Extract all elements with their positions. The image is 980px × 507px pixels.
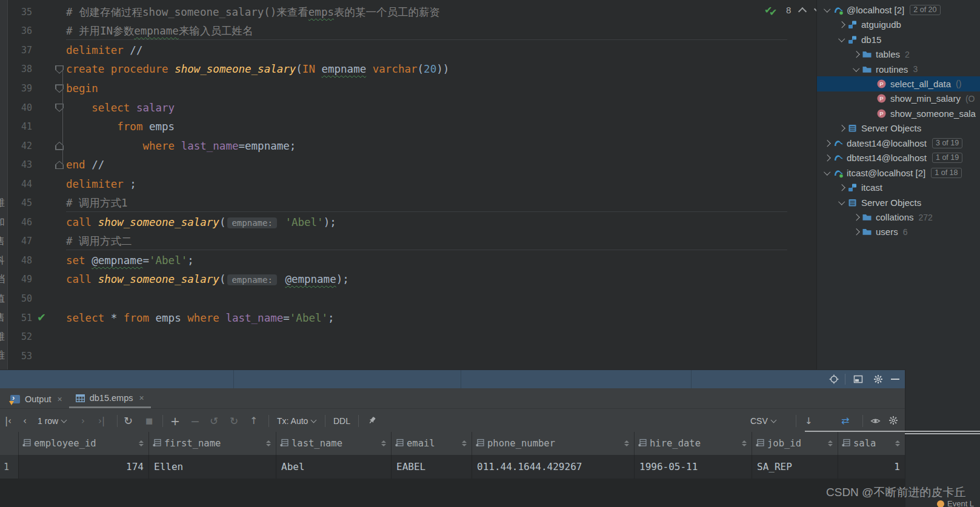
sort-icon[interactable] [624, 440, 629, 446]
first-page-button[interactable]: |‹ [5, 409, 12, 432]
layout-settings-icon[interactable] [853, 374, 863, 384]
column-header-first_name[interactable]: first_name [148, 432, 276, 455]
tool-window-header[interactable] [0, 370, 905, 388]
column-header-employee_id[interactable]: employee_id [18, 432, 148, 455]
chevron-down-icon[interactable] [836, 38, 847, 41]
tree-item-atguigudb[interactable]: atguigudb [817, 17, 980, 31]
column-header-sala[interactable]: sala [838, 432, 905, 455]
table-row[interactable]: 1 174EllenAbelEABEL011.44.1644.429267199… [0, 455, 905, 479]
cell-last_name[interactable]: Abel [276, 455, 391, 479]
row-number-cell[interactable]: 1 [0, 455, 18, 479]
tree-item-itcast-localhost-2-[interactable]: itcast@localhost [2]1 of 18 [817, 165, 980, 180]
code-line[interactable]: 52 [8, 327, 816, 346]
cell-sala[interactable]: 1 [838, 455, 905, 479]
tree-item-select-all-data[interactable]: Pselect_all_data() [817, 76, 980, 91]
ddl-button[interactable]: DDL [333, 409, 350, 432]
cell-first_name[interactable]: Ellen [148, 455, 276, 479]
sort-icon[interactable] [139, 440, 144, 446]
tree-item-server-objects[interactable]: Server Objects [817, 121, 980, 136]
export-format-dropdown[interactable]: CSV [750, 409, 776, 432]
code-line[interactable]: 53 [8, 346, 816, 366]
code-line[interactable]: 37delimiter // [8, 41, 816, 60]
last-page-button[interactable]: ›| [98, 409, 105, 432]
next-page-button[interactable]: › [81, 409, 85, 432]
close-icon[interactable]: × [58, 394, 62, 404]
code-line[interactable]: 48set @empname='Abel'; [8, 251, 816, 270]
code-editor[interactable]: 35# 创建存储过程show_someone_salary()来查看emps表的… [8, 0, 816, 369]
column-header-email[interactable]: email [391, 432, 472, 455]
chevron-right-icon[interactable] [836, 126, 847, 131]
code-line[interactable]: 44delimiter ; [8, 174, 816, 194]
previous-page-button[interactable]: ‹ [23, 409, 27, 432]
compare-data-icon[interactable]: ⇄ [841, 409, 849, 432]
tree-item-itcast[interactable]: itcast [817, 180, 980, 194]
code-line[interactable]: 47# 调用方式二 [8, 232, 816, 251]
code-line[interactable]: 40 select salary [8, 98, 816, 118]
revert-changes-button[interactable]: ↺ [210, 409, 218, 432]
gear-icon[interactable] [873, 374, 883, 384]
tree-item-db15[interactable]: db15 [817, 32, 980, 47]
sort-icon[interactable] [828, 440, 833, 446]
view-options-eye-icon[interactable] [870, 417, 881, 425]
tab-db15-emps[interactable]: db15.emps × [69, 389, 151, 408]
sort-icon[interactable] [266, 440, 271, 446]
tree-item-collations[interactable]: collations272 [817, 210, 980, 224]
code-line[interactable]: 41 from emps [8, 117, 816, 136]
stop-button[interactable]: ■ [145, 409, 153, 432]
tree-item-dbtest14-localhost[interactable]: dbtest14@localhost1 of 19 [817, 151, 980, 165]
event-log-widget[interactable]: Event L [937, 499, 974, 507]
hide-tool-window-icon[interactable] [891, 379, 899, 380]
row-count-dropdown[interactable]: 1 row [38, 409, 66, 432]
chevron-down-icon[interactable] [822, 171, 833, 174]
tree-item-server-objects[interactable]: Server Objects [817, 195, 980, 210]
tree-item-users[interactable]: users6 [817, 225, 980, 239]
grid-settings-gear-icon[interactable] [888, 416, 898, 425]
column-header-hire_date[interactable]: hire_date [634, 432, 752, 455]
sort-icon[interactable] [742, 440, 747, 446]
tab-output[interactable]: Output × [4, 389, 69, 408]
chevron-right-icon[interactable] [836, 185, 847, 190]
tx-mode-dropdown[interactable]: Tx: Auto [277, 409, 316, 432]
code-line[interactable]: 36# 并用IN参数empname来输入员工姓名 [8, 22, 816, 41]
tree-item-show-someone-sala[interactable]: Pshow_someone_sala [817, 106, 980, 121]
sort-icon[interactable] [381, 440, 386, 446]
chevron-right-icon[interactable] [836, 22, 847, 27]
column-header-job_id[interactable]: job_id [752, 432, 838, 455]
chevron-right-icon[interactable] [851, 230, 862, 234]
code-line[interactable]: 49call show_someone_salary(empname: @emp… [8, 270, 816, 290]
cell-job_id[interactable]: SA_REP [752, 455, 838, 479]
tree-item-routines[interactable]: routines3 [817, 62, 980, 76]
column-header-phone_number[interactable]: phone_number [472, 432, 634, 455]
delete-row-button[interactable]: − [190, 409, 200, 432]
column-header-last_name[interactable]: last_name [276, 432, 391, 455]
tree-item-tables[interactable]: tables2 [817, 47, 980, 61]
sort-icon[interactable] [462, 440, 467, 446]
chevron-right-icon[interactable] [851, 215, 862, 220]
tree-item-show-min-salary[interactable]: Pshow_min_salary(O [817, 91, 980, 106]
sort-icon[interactable] [895, 440, 900, 446]
code-line[interactable]: 43end // [8, 155, 816, 174]
code-line[interactable]: 35# 创建存储过程show_someone_salary()来查看emps表的… [8, 2, 816, 22]
pin-icon[interactable] [367, 416, 377, 425]
reload-data-button[interactable]: ↻ [124, 409, 133, 432]
chevron-down-icon[interactable] [822, 8, 833, 12]
cell-employee_id[interactable]: 174 [18, 455, 148, 479]
cell-phone_number[interactable]: 011.44.1644.429267 [472, 455, 634, 479]
code-line[interactable]: 50 [8, 289, 816, 308]
executed-check-icon[interactable]: ✔ [37, 311, 46, 323]
chevron-right-icon[interactable] [822, 141, 833, 146]
chevron-right-icon[interactable] [822, 156, 833, 161]
chevron-down-icon[interactable] [836, 201, 847, 204]
code-line[interactable]: 39begin [8, 79, 816, 98]
cell-email[interactable]: EABEL [391, 455, 472, 479]
tree-item-datest14-localhost[interactable]: datest14@localhost3 of 19 [817, 136, 980, 150]
code-line[interactable]: 38create procedure show_someone_salary(I… [8, 60, 816, 79]
preview-changes-button[interactable]: ↻ [230, 409, 238, 432]
chevron-down-icon[interactable] [851, 68, 862, 71]
code-line[interactable]: 46call show_someone_salary(empname: 'Abe… [8, 213, 816, 232]
add-row-button[interactable]: + [170, 409, 180, 432]
tree-item--localhost-2-[interactable]: @localhost [2]2 of 20 [817, 2, 980, 17]
submit-button[interactable]: ↑ [250, 409, 258, 432]
code-line[interactable]: 45# 调用方式1 [8, 193, 816, 213]
code-line[interactable]: 51✔select * from emps where last_name='A… [8, 308, 816, 328]
